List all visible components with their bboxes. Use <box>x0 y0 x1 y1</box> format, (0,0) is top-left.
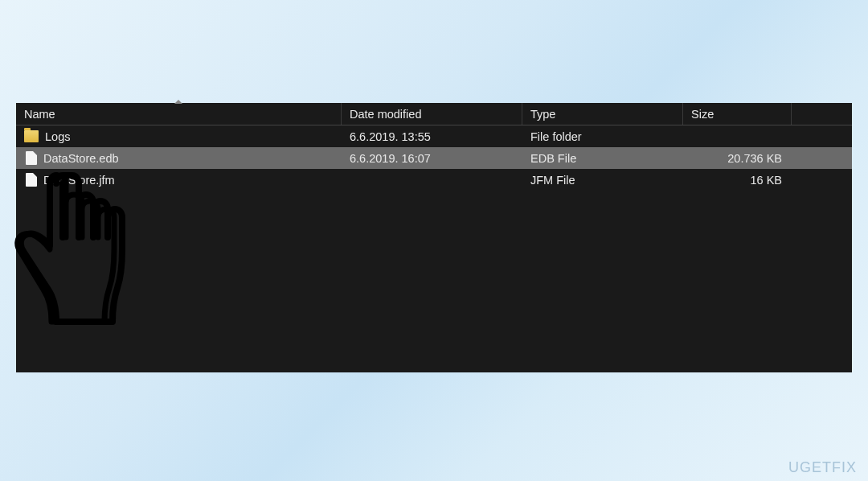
file-icon <box>26 173 37 187</box>
file-name: DataStore.edb <box>43 152 119 165</box>
column-header-type[interactable]: Type <box>522 103 683 125</box>
header-label-size: Size <box>691 108 714 121</box>
file-row[interactable]: Logs 6.6.2019. 13:55 File folder <box>16 125 852 147</box>
file-icon <box>26 151 37 165</box>
file-type: File folder <box>530 130 582 143</box>
file-name: DataStore.jfm <box>43 174 115 187</box>
column-header-date[interactable]: Date modified <box>342 103 522 125</box>
header-label-name: Name <box>24 108 55 121</box>
column-header-size[interactable]: Size <box>683 103 792 125</box>
column-header-name[interactable]: Name <box>16 103 342 125</box>
file-date: 6.6.2019. 16:07 <box>350 152 431 165</box>
header-label-type: Type <box>530 108 555 121</box>
column-header-row: Name Date modified Type Size <box>16 103 852 125</box>
file-date: 6.6.2019. 13:55 <box>350 130 431 143</box>
file-size: 16 KB <box>751 174 783 187</box>
file-name: Logs <box>45 130 70 143</box>
sort-ascending-icon <box>174 100 182 104</box>
file-type: EDB File <box>530 152 576 165</box>
file-row[interactable]: DataStore.jfm JFM File 16 KB <box>16 169 852 191</box>
watermark-text: UGETFIX <box>788 459 857 476</box>
file-explorer-panel: Name Date modified Type Size Logs 6.6.20… <box>16 103 852 372</box>
folder-icon <box>24 130 39 142</box>
file-size: 20.736 KB <box>727 152 782 165</box>
file-row[interactable]: DataStore.edb 6.6.2019. 16:07 EDB File 2… <box>16 147 852 169</box>
file-type: JFM File <box>530 174 575 187</box>
header-label-date: Date modified <box>350 108 421 121</box>
